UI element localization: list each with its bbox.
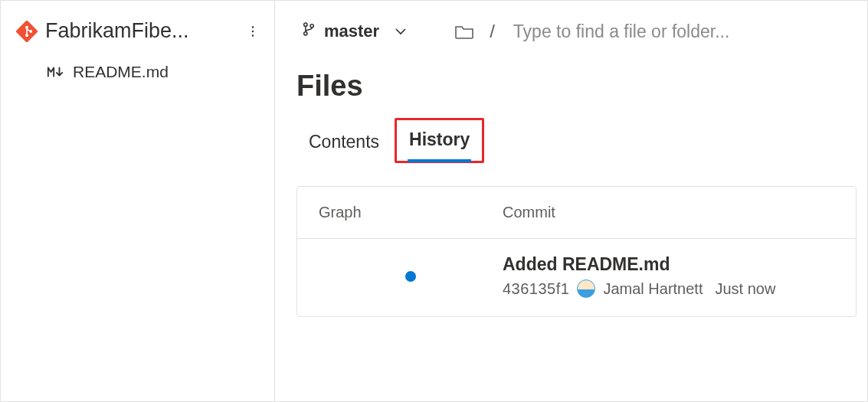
path-search-input[interactable] [510, 18, 857, 45]
svg-point-4 [252, 26, 254, 28]
svg-point-9 [310, 25, 313, 28]
repo-header[interactable]: FabrikamFibe... [13, 15, 267, 57]
git-icon [16, 21, 38, 42]
svg-point-5 [252, 30, 254, 31]
folder-icon[interactable] [454, 23, 474, 40]
commit-meta: 436135f1 Jamal Hartnett Just now [503, 279, 834, 298]
markdown-file-icon [47, 64, 64, 80]
svg-point-8 [304, 32, 307, 35]
repo-name: FabrikamFibe... [45, 19, 234, 43]
branch-icon [301, 21, 316, 41]
svg-point-6 [252, 34, 254, 36]
commit-cell: Added README.md 436135f1 Jamal Hartnett … [503, 254, 834, 298]
chevron-down-icon [393, 24, 408, 39]
svg-point-7 [304, 23, 307, 26]
more-options-icon[interactable] [242, 21, 264, 42]
commit-author[interactable]: Jamal Hartnett [603, 280, 703, 298]
history-panel: Graph Commit Added README.md 436135f1 Ja… [296, 186, 857, 317]
history-header-row: Graph Commit [297, 187, 856, 238]
column-header-graph[interactable]: Graph [319, 204, 503, 221]
page-title: Files [296, 70, 857, 103]
commit-message[interactable]: Added README.md [503, 254, 834, 275]
column-header-commit[interactable]: Commit [503, 204, 834, 221]
tab-history[interactable]: History [395, 118, 484, 163]
path-separator: / [490, 21, 495, 42]
branch-selector[interactable]: master [296, 18, 413, 44]
tree-item-label: README.md [73, 63, 169, 81]
avatar[interactable] [577, 279, 595, 298]
app-root: FabrikamFibe... README.md [0, 0, 868, 402]
tree-item-readme[interactable]: README.md [13, 57, 267, 87]
tab-contents[interactable]: Contents [296, 123, 391, 163]
commit-time: Just now [715, 280, 775, 298]
tabs: Contents History [296, 118, 857, 163]
main: master / Files Contents Histor [275, 1, 867, 401]
tab-label: History [409, 129, 470, 149]
tab-label: Contents [309, 132, 379, 152]
sidebar: FabrikamFibe... README.md [1, 1, 275, 401]
commit-hash[interactable]: 436135f1 [503, 280, 569, 298]
commit-node-icon [405, 271, 416, 282]
graph-cell [319, 271, 503, 282]
toolbar: master / [296, 15, 857, 48]
commit-row[interactable]: Added README.md 436135f1 Jamal Hartnett … [297, 238, 856, 316]
branch-name: master [324, 21, 379, 41]
